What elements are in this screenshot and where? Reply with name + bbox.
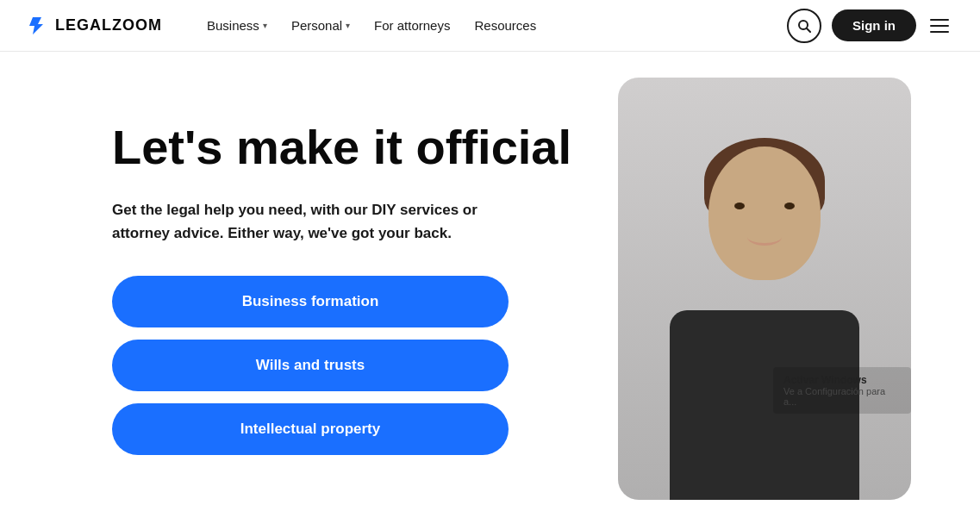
- hamburger-menu-button[interactable]: [927, 16, 952, 36]
- chevron-down-icon-business: ▾: [263, 21, 267, 30]
- legalzoom-logo-icon: [28, 16, 48, 36]
- nav-label-personal: Personal: [291, 18, 342, 33]
- nav-label-resources: Resources: [474, 18, 536, 33]
- menu-line-1: [930, 19, 949, 21]
- eye-left: [734, 203, 745, 209]
- menu-line-3: [930, 31, 949, 33]
- attorney-photo-card: Activar Windows Ve a Configuración para …: [618, 78, 911, 500]
- main-content: Let's make it official Get the legal hel…: [0, 52, 980, 530]
- nav-item-business[interactable]: Business ▾: [197, 11, 278, 40]
- nav-label-for-attorneys: For attorneys: [374, 18, 450, 33]
- nav-label-business: Business: [207, 18, 259, 33]
- face-details: [726, 194, 803, 246]
- cta-buttons-group: Business formation Wills and trusts Inte…: [112, 276, 509, 455]
- windows-overlay-subtitle: Ve a Configuración para a...: [783, 386, 901, 407]
- business-formation-button[interactable]: Business formation: [112, 276, 509, 327]
- signin-button[interactable]: Sign in: [832, 9, 916, 41]
- nav-actions: Sign in: [787, 9, 952, 43]
- search-icon: [797, 19, 811, 33]
- nav-item-for-attorneys[interactable]: For attorneys: [364, 11, 460, 40]
- intellectual-property-button[interactable]: Intellectual property: [112, 403, 509, 455]
- head-shape: [708, 147, 821, 280]
- hero-subtitle: Get the legal help you need, with our DI…: [112, 198, 491, 245]
- hero-section: Let's make it official Get the legal hel…: [112, 103, 586, 455]
- person-silhouette: [644, 112, 885, 500]
- logo-text: LEGALZOOM: [55, 16, 162, 34]
- chevron-down-icon-personal: ▾: [346, 21, 350, 30]
- nav-item-personal[interactable]: Personal ▾: [281, 11, 360, 40]
- attorney-photo: Activar Windows Ve a Configuración para …: [618, 78, 911, 500]
- nav-links: Business ▾ Personal ▾ For attorneys Reso…: [197, 11, 787, 40]
- navbar: LEGALZOOM Business ▾ Personal ▾ For atto…: [0, 0, 980, 52]
- menu-line-2: [930, 25, 949, 27]
- windows-activation-overlay: Activar Windows Ve a Configuración para …: [773, 367, 911, 414]
- smile-shape: [747, 228, 782, 246]
- windows-overlay-title: Activar Windows: [783, 374, 901, 386]
- search-button[interactable]: [787, 9, 821, 43]
- hero-title: Let's make it official: [112, 121, 586, 174]
- attorney-photo-section: Activar Windows Ve a Configuración para …: [618, 78, 928, 526]
- wills-trusts-button[interactable]: Wills and trusts: [112, 340, 509, 391]
- svg-line-1: [807, 28, 810, 32]
- eye-right: [784, 203, 795, 209]
- nav-item-resources[interactable]: Resources: [464, 11, 546, 40]
- logo-link[interactable]: LEGALZOOM: [28, 16, 162, 36]
